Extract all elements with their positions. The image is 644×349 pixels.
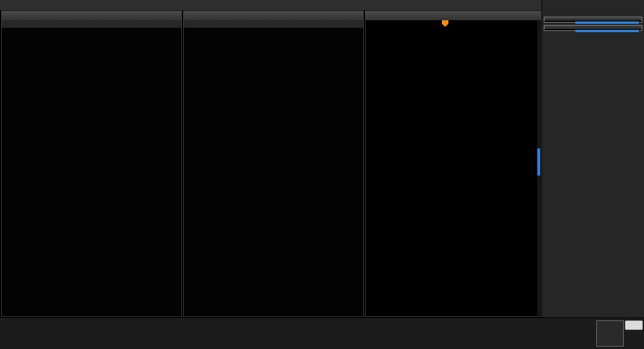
selection-highlight-box	[575, 30, 639, 32]
horizontal-settings[interactable]	[596, 320, 624, 347]
plot3-panel	[1, 11, 182, 317]
scrollbar-thumb[interactable]	[537, 148, 540, 176]
plot3-table	[2, 20, 181, 28]
waveform-view-panel	[365, 11, 541, 317]
imda-meas2-results-panel[interactable]	[544, 25, 642, 31]
meas1-summary	[544, 20, 642, 22]
bottom-bar	[0, 317, 644, 349]
plot-table-header	[2, 20, 181, 28]
menu-bar	[0, 0, 541, 11]
plot-table-header	[184, 20, 363, 28]
plot1-panel	[183, 11, 364, 317]
waveform-scrollbar[interactable]	[537, 20, 540, 316]
phasor-diagram-meas1	[184, 28, 363, 294]
meas1-title	[544, 17, 642, 19]
meas2-title	[544, 26, 642, 27]
offline-button[interactable]	[625, 320, 643, 330]
sidebar-button-grid	[542, 12, 644, 14]
sidebar	[541, 0, 644, 317]
plot1-header[interactable]	[184, 11, 363, 20]
phasor-diagram-meas2	[2, 28, 181, 301]
waveform-view-header[interactable]	[366, 11, 541, 20]
oscilloscope-screen	[0, 0, 644, 349]
selection-highlight-box	[575, 21, 639, 24]
meas2-summary	[544, 28, 642, 30]
window-titlebar	[542, 0, 644, 9]
waveform-plot-area	[366, 20, 540, 316]
plot3-header[interactable]	[2, 11, 181, 20]
waveform-traces	[366, 20, 538, 316]
imda-meas1-results-panel[interactable]	[544, 17, 642, 23]
plot1-table	[184, 20, 363, 28]
